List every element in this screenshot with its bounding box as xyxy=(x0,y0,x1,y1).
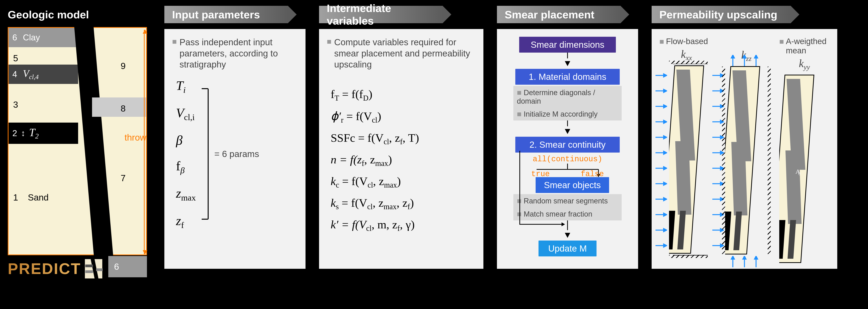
svg-marker-28 xyxy=(663,197,667,201)
param-fbeta: f xyxy=(176,159,180,173)
eq3-end: , T) xyxy=(403,131,419,144)
smear-continuity-box: 2. Smear continuity xyxy=(515,137,620,153)
right-layer-8-fill xyxy=(92,97,146,117)
svg-marker-18 xyxy=(663,120,667,123)
svg-marker-67 xyxy=(731,55,734,58)
header-smear: Smear placement xyxy=(497,6,621,23)
header-input-parameters: Input parameters xyxy=(164,6,288,23)
eq4-sub2: max xyxy=(375,159,388,167)
svg-marker-20 xyxy=(663,136,667,139)
material-domains-box: 1. Material domains xyxy=(515,69,620,85)
arrow-down-icon xyxy=(565,233,570,238)
note-1b: Initialize M accordingly xyxy=(524,110,597,118)
intermediate-panel: ■ Compute variables required for smear p… xyxy=(319,29,484,269)
svg-marker-26 xyxy=(663,182,667,185)
kyy-diagram: A 0 xyxy=(779,73,822,267)
eq3-mid: , z xyxy=(389,131,400,144)
eq2-sub: r xyxy=(341,116,343,124)
right-8-num: 8 xyxy=(121,103,126,114)
eq5-end: ) xyxy=(397,175,401,188)
kxx-sym: k xyxy=(681,48,686,60)
eq6-sub3: f xyxy=(408,203,410,211)
update-m-box: Update M xyxy=(538,241,596,256)
param-list: Ti Vcl,i β fβ zmax zf xyxy=(176,78,196,230)
eq5-l: k xyxy=(331,175,336,188)
false-label: false xyxy=(581,170,604,179)
eq2-r: = f(V xyxy=(343,110,372,123)
smear-panel: Smear dimensions 1. Material domains ■ D… xyxy=(497,29,638,269)
kzz-diagram xyxy=(721,65,772,258)
eq1-r: = f(f xyxy=(339,88,363,100)
right-7-num: 7 xyxy=(121,173,126,183)
svg-marker-10 xyxy=(561,222,565,226)
eq6-r: = f(V xyxy=(339,196,367,209)
kxx-diagram xyxy=(659,64,713,257)
aweighted-label: A-weigthed mean xyxy=(786,37,830,55)
fault-polygon xyxy=(8,28,148,275)
eq4-mid: , z xyxy=(364,153,375,166)
eq4-l: n = f(z xyxy=(331,153,362,166)
right-9-num: 9 xyxy=(121,61,126,71)
bracket-icon xyxy=(202,88,209,220)
eq7-end: , γ) xyxy=(400,218,415,231)
eq2-rsub: cl xyxy=(372,116,377,124)
bullet-icon: ■ xyxy=(172,37,177,70)
param-beta: β xyxy=(176,133,183,148)
bullet-icon: ■ xyxy=(327,37,332,70)
svg-marker-16 xyxy=(663,105,667,108)
arrow-down-icon xyxy=(565,61,570,66)
eq3-l: SSFc = f(V xyxy=(331,131,384,144)
eq7-sub: cl xyxy=(366,224,372,233)
perm-panel: ■Flow-based kxx xyxy=(652,29,837,269)
svg-marker-32 xyxy=(663,228,667,231)
svg-marker-0 xyxy=(74,27,115,275)
eq2-l: ϕ′ xyxy=(331,110,341,123)
param-Ti-sub: i xyxy=(183,85,186,95)
param-Ti: T xyxy=(176,78,183,93)
param-fbeta-sub: β xyxy=(180,165,185,175)
svg-marker-14 xyxy=(663,89,667,92)
eq6-sub2: max xyxy=(384,203,397,211)
angle-arc xyxy=(78,28,101,51)
param-Vcli: V xyxy=(176,105,184,120)
eq1-end: ) xyxy=(369,88,372,100)
svg-marker-12 xyxy=(663,74,667,77)
eq6-rsub: cl xyxy=(367,203,373,211)
eq5-sub2: max xyxy=(384,181,397,189)
eq4-sub: f xyxy=(362,159,364,167)
svg-marker-34 xyxy=(663,244,667,247)
throw-label: throw xyxy=(125,132,146,143)
eq3-sub: cl xyxy=(384,137,389,146)
note-1a: Determine diagonals / domain xyxy=(517,89,595,105)
equation-list: fT = f(fD) ϕ′r = f(Vcl) SSFc = f(Vcl, zf… xyxy=(327,88,476,233)
eq7-sub2: f xyxy=(397,224,400,233)
eq6-mid2: , z xyxy=(397,196,408,209)
eq2-end: ) xyxy=(377,110,381,123)
eq1-l: f xyxy=(331,88,335,100)
header-geologic-model: Geologic model xyxy=(8,6,151,23)
svg-marker-24 xyxy=(663,167,667,170)
param-Vcli-sub: cl,i xyxy=(184,113,195,122)
eq1-lsub: T xyxy=(335,94,339,102)
input-desc: Pass independent input parameters, accor… xyxy=(180,37,298,70)
header-perm: Permeability upscaling xyxy=(652,6,791,23)
smear-dimensions-box: Smear dimensions xyxy=(519,37,616,53)
eq7-l: k′ = f(V xyxy=(331,218,366,231)
eq5-sub: c xyxy=(336,181,339,189)
logo-mark-icon xyxy=(83,259,104,278)
kyy-sub: yy xyxy=(804,63,810,71)
param-zmax: z xyxy=(176,186,181,200)
kxx-sub: xx xyxy=(686,54,692,62)
eq4-end: ) xyxy=(388,153,392,166)
param-count: = 6 params xyxy=(214,149,259,159)
svg-rect-5 xyxy=(96,268,103,271)
param-zf-sub: f xyxy=(181,220,184,230)
svg-marker-71 xyxy=(754,55,757,58)
eq5-r: = f(V xyxy=(339,175,368,188)
inter-desc: Compute variables required for smear pla… xyxy=(334,37,476,70)
eq7-mid: , m, z xyxy=(372,218,397,231)
geologic-model-diagram: 6 Clay 5 4 Vcl,4 3 2 ↕ T2 1 Sand xyxy=(8,27,147,255)
input-panel: ■ Pass independent input parameters, acc… xyxy=(164,29,306,269)
flow-based-label: Flow-based xyxy=(666,37,708,46)
svg-marker-30 xyxy=(663,213,667,216)
